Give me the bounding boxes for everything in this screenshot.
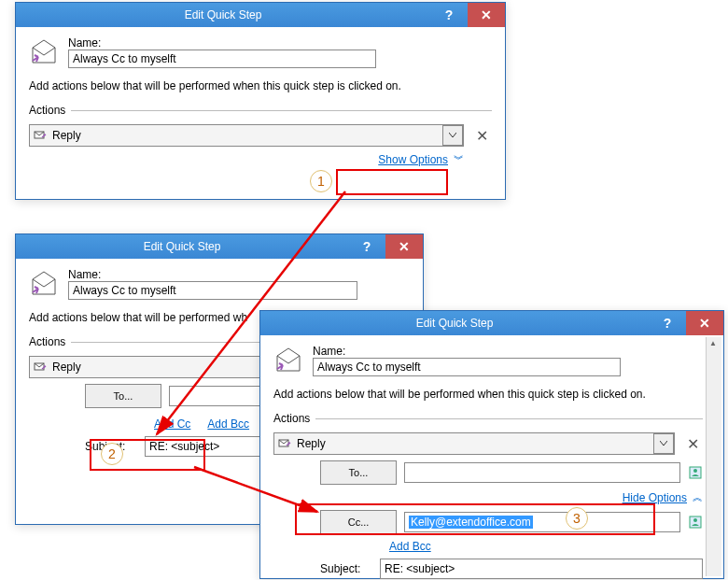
titlebar[interactable]: Edit Quick Step ? ✕	[260, 311, 723, 335]
to-input[interactable]	[404, 462, 680, 483]
cc-button[interactable]: Cc...	[320, 510, 397, 534]
remove-action-button[interactable]: ✕	[471, 125, 492, 146]
quick-step-icon	[273, 347, 303, 376]
edit-quick-step-dialog-1: Edit Quick Step ? ✕ Name: Add actions be…	[15, 2, 506, 200]
help-button[interactable]: ?	[430, 3, 468, 27]
titlebar[interactable]: Edit Quick Step ? ✕	[16, 3, 505, 27]
svg-point-10	[693, 469, 697, 473]
dialog-title: Edit Quick Step	[260, 317, 649, 330]
action-value: Reply	[295, 437, 650, 450]
name-input[interactable]	[68, 281, 357, 300]
action-value: Reply	[50, 129, 439, 142]
reply-icon	[30, 129, 50, 142]
action-value: Reply	[50, 361, 261, 374]
reply-icon	[30, 361, 50, 374]
name-label: Name:	[68, 268, 101, 281]
subject-value: RE: <subject>	[149, 440, 219, 453]
name-input[interactable]	[313, 358, 621, 376]
divider	[71, 110, 492, 111]
address-book-icon[interactable]	[688, 465, 703, 480]
name-input[interactable]	[68, 50, 376, 68]
quick-step-icon	[29, 270, 59, 300]
instructions-text: Add actions below that will be performed…	[29, 311, 290, 324]
actions-label: Actions	[273, 412, 310, 425]
divider	[315, 418, 703, 419]
subject-input[interactable]: RE: <subject>	[380, 559, 703, 579]
action-select[interactable]: Reply	[29, 356, 262, 378]
edit-quick-step-dialog-3: Edit Quick Step ? ✕ Name: Add actions be…	[259, 310, 724, 579]
remove-action-button[interactable]: ✕	[682, 433, 703, 454]
svg-point-12	[693, 518, 697, 522]
cc-input[interactable]: Kelly@extendoffice.com	[404, 512, 680, 532]
titlebar[interactable]: Edit Quick Step ? ✕	[16, 234, 423, 259]
name-label: Name:	[313, 345, 345, 358]
to-button[interactable]: To...	[85, 384, 161, 408]
step-number-3: 3	[566, 507, 588, 530]
add-bcc-link[interactable]: Add Bcc	[389, 540, 431, 553]
reply-icon	[274, 437, 295, 450]
subject-label: Subject:	[320, 562, 372, 575]
actions-label: Actions	[29, 104, 65, 117]
action-select[interactable]: Reply	[273, 432, 675, 455]
to-button[interactable]: To...	[320, 460, 397, 485]
step-number-1: 1	[310, 170, 332, 192]
instructions-text: Add actions below that will be performed…	[273, 388, 703, 401]
show-options-link[interactable]: Show Options	[378, 153, 448, 166]
close-button[interactable]: ✕	[686, 311, 723, 335]
cc-email-value: Kelly@extendoffice.com	[409, 516, 533, 529]
dropdown-button[interactable]	[442, 125, 463, 146]
address-book-icon[interactable]	[688, 515, 703, 530]
subject-value: RE: <subject>	[385, 562, 455, 575]
quick-step-icon	[29, 38, 59, 68]
help-button[interactable]: ?	[649, 311, 686, 335]
actions-label: Actions	[29, 335, 65, 348]
close-button[interactable]: ✕	[385, 234, 423, 259]
add-bcc-link[interactable]: Add Bcc	[207, 417, 249, 431]
chevron-up-icon: ︽	[693, 490, 703, 504]
dialog-title: Edit Quick Step	[16, 240, 348, 253]
name-label: Name:	[68, 36, 101, 50]
chevron-down-icon: ︾	[454, 152, 464, 166]
action-select[interactable]: Reply	[29, 124, 464, 147]
dropdown-button[interactable]	[653, 433, 674, 454]
dialog-title: Edit Quick Step	[16, 8, 430, 21]
hide-options-link[interactable]: Hide Options	[623, 491, 687, 504]
subject-input[interactable]: RE: <subject>	[145, 436, 266, 457]
step-number-2: 2	[101, 443, 123, 465]
instructions-text: Add actions below that will be performed…	[29, 79, 492, 92]
help-button[interactable]: ?	[348, 234, 385, 259]
close-button[interactable]: ✕	[468, 3, 505, 27]
add-cc-link[interactable]: Add Cc	[154, 417, 190, 431]
